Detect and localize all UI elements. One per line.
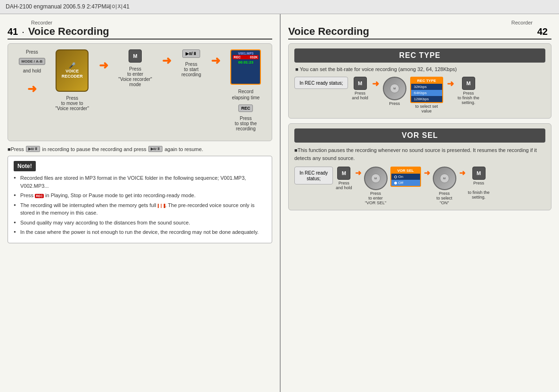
rec-type-m-btn-1[interactable]: M (354, 77, 367, 90)
note-item-2: Press REC in Playing, Stop or Pause mode… (14, 192, 266, 200)
vor-on-dot (394, 176, 397, 178)
rec-type-m-btn-2[interactable]: M (462, 77, 475, 90)
vor-sel-desc: ■This function pauses the recording when… (294, 146, 545, 162)
voice-recorder-device-item: 🎤 VOICE RECODER Pressto move to"Voice re… (55, 49, 89, 111)
note-item-4: Sound quality may vary according to the … (14, 219, 266, 227)
nav-center: M (390, 84, 399, 93)
mode-ab-button[interactable]: MODE / A-B (19, 58, 46, 65)
rec-type-to-select: to select setvalue (415, 104, 438, 113)
rec-type-section: REC TYPE You can set the bit-rate for vo… (288, 43, 551, 119)
left-diagram-box: Press MODE / A-B and hold ➜ 🎤 VOICE RECO… (8, 43, 272, 141)
rec-type-popup-header: REC TYPE (411, 78, 442, 84)
vor-sel-section: VOR SEL ■This function pauses the record… (288, 123, 551, 210)
rec-type-popup: REC TYPE 32Kbps 64Kbps 128Kbps (410, 77, 443, 103)
rec-type-desc: You can set the bit-rate for voice recor… (294, 66, 545, 72)
vor-step4: M Pressto finish thesetting. (468, 167, 490, 200)
right-recorder-label: Recorder (511, 20, 533, 25)
vor-item-off[interactable]: Off (391, 180, 420, 186)
vor-arrow3: ➜ (459, 168, 465, 177)
rec-badge-note[interactable]: REC (35, 194, 44, 198)
step4-arrow: ➜ (211, 54, 220, 67)
top-bar-text: DAH-2100 engmanual 2006.5.9 2:47PM페이지41 (6, 3, 130, 11)
vor-popup-col: VOR SEL On Off (390, 167, 421, 187)
rec-type-step1: M Pressand hold (352, 77, 368, 100)
rec-type-step2: M Press (383, 77, 406, 106)
vor-nav-btn-1[interactable]: M (364, 167, 388, 190)
pause-btn-inline[interactable]: ▶II/⏸ (26, 146, 41, 152)
rec-button[interactable]: REC (238, 104, 253, 112)
step1-action: Pressto move to"Voice recorder" (55, 96, 89, 111)
resume-btn-inline[interactable]: ▶II/⏸ (148, 146, 163, 152)
vor-popup: VOR SEL On Off (390, 167, 421, 187)
rec-type-step1-label: Pressand hold (352, 91, 368, 100)
note-box: Note! Recorded files are stored in MP3 f… (8, 156, 272, 243)
step1-press: Press (26, 49, 38, 55)
vor-nav-center-2: M (440, 174, 449, 183)
right-page-header: Recorder Voice Recording 42 (288, 20, 551, 40)
note-item-1: Recorded files are stored in MP3 format … (14, 174, 266, 190)
rec-type-popup-col: REC TYPE 32Kbps 64Kbps 128Kbps to select… (410, 77, 443, 113)
vor-nav-btn-2[interactable]: M (433, 167, 456, 190)
note-item-3: The recording will be interrupted when t… (14, 201, 266, 217)
vor-step1-label: Pressand hold (336, 181, 352, 190)
step2-action: Pressto enter"Voice recorder"mode (118, 66, 152, 87)
rec-status: REC (234, 56, 241, 59)
rec-bitrate: 032K (250, 56, 258, 59)
vor-step2-label: Pressto enter"VOR SEL" (365, 191, 386, 205)
vor-off-dot (394, 182, 397, 184)
left-separator: · (22, 26, 24, 37)
voice-recorder-device: 🎤 VOICE RECODER (56, 49, 89, 92)
rec-type-in-rec-box: In REC ready status; (294, 77, 348, 89)
m-button-1[interactable]: M (129, 49, 142, 63)
rec-type-steps: In REC ready status; M Pressand hold ➜ M… (294, 77, 545, 113)
vor-arrow1: ➜ (355, 168, 361, 177)
vor-step4-label: Pressto finish thesetting. (468, 181, 490, 200)
play-pause-button[interactable]: ▶II/⏸ (182, 49, 200, 58)
vor-m-btn-2[interactable]: M (472, 167, 486, 180)
vor-m-btn-1[interactable]: M (337, 167, 350, 180)
step2-arrow: ➜ (99, 59, 108, 72)
pause-line: ■Press ▶II/⏸ in recording to pause the r… (8, 146, 272, 152)
step1-arrow: ➜ (27, 82, 37, 96)
left-page: Recorder 41 · Voice Recording Press MODE… (0, 14, 280, 392)
left-page-header: Recorder 41 · Voice Recording (8, 20, 272, 40)
vor-popup-header: VOR SEL (391, 168, 420, 174)
note-title: Note! (14, 161, 36, 171)
rec-screen: V001.MP3 REC 032K 00:01:23 (230, 49, 261, 85)
vor-sel-steps: In REC ready status; M Pressand hold ➜ M… (294, 167, 545, 205)
vor-step1: M Pressand hold (336, 167, 352, 190)
rec-type-nav-btn[interactable]: M (383, 77, 406, 100)
vor-item-on: On (391, 174, 420, 180)
rec-filename: V001.MP3 (233, 52, 259, 55)
left-page-number: 41 (8, 26, 18, 37)
rec-type-step3-label: Pressto finish thesetting. (458, 91, 479, 105)
rec-time: 00:01:23 (233, 59, 259, 65)
rec-type-item-32: 32Kbps (411, 84, 442, 90)
rec-type-arrow1: ➜ (372, 79, 379, 89)
vor-step2: M Pressto enter"VOR SEL" (364, 167, 388, 205)
step3-arrow: ➜ (162, 54, 171, 67)
step3-item: ▶II/⏸ Pressto startrecording (181, 49, 201, 77)
note-item-5: In the case where the power is not enoug… (14, 228, 266, 236)
left-recorder-label: Recorder (31, 20, 52, 25)
vor-step3-label: Pressto select"ON" (437, 191, 453, 205)
rec-elapsed-label: Recordelapsing time (232, 88, 259, 101)
left-page-title: Voice Recording (28, 25, 109, 38)
vor-step3: M Pressto select"ON" (433, 167, 456, 205)
vor-in-rec-box: In REC ready status; (294, 167, 333, 184)
rec-type-step2-label: Press (389, 101, 400, 106)
rec-type-header: REC TYPE (294, 48, 545, 63)
rec-type-step3: M Pressto finish thesetting. (458, 77, 479, 105)
step3-action: Pressto startrecording (181, 62, 201, 77)
vor-sel-header: VOR SEL (294, 128, 545, 143)
full-indicator: ▊▊ (158, 204, 165, 208)
vor-nav-center-1: M (371, 174, 381, 183)
rec-type-item-64[interactable]: 64Kbps (411, 90, 442, 96)
step1-andhold: and hold (23, 68, 41, 73)
rec-type-item-128: 128Kbps (411, 96, 442, 102)
right-page: Recorder Voice Recording 42 REC TYPE You… (281, 14, 559, 392)
rec-type-arrow2: ➜ (447, 79, 454, 89)
right-page-number: 42 (537, 26, 548, 37)
rec-header: REC 032K (233, 55, 259, 59)
step4-item: V001.MP3 REC 032K 00:01:23 Recordelapsin… (230, 49, 261, 131)
